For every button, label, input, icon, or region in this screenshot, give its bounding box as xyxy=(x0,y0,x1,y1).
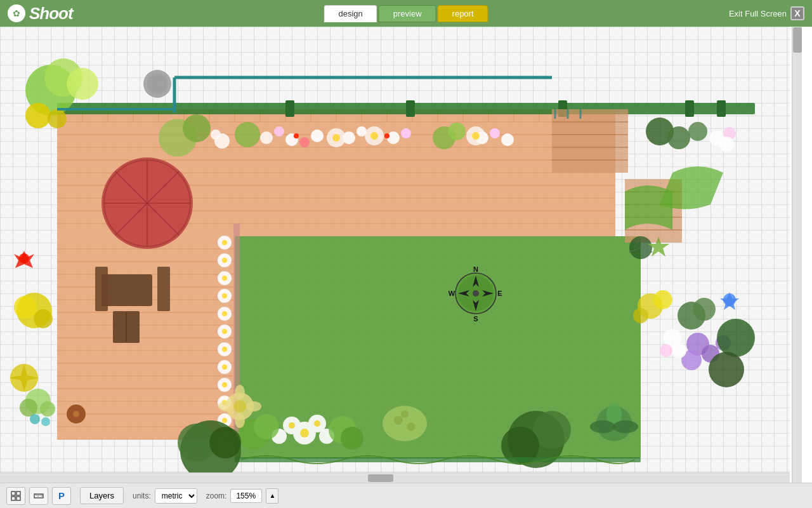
grid-button[interactable] xyxy=(6,487,25,505)
svg-point-147 xyxy=(383,406,427,441)
svg-point-162 xyxy=(702,345,719,363)
svg-point-213 xyxy=(606,403,622,428)
svg-point-209 xyxy=(235,413,245,428)
svg-rect-88 xyxy=(552,109,628,173)
svg-rect-228 xyxy=(16,497,20,500)
svg-point-144 xyxy=(254,414,279,439)
units-select[interactable]: metric xyxy=(155,488,197,504)
svg-point-205 xyxy=(41,417,50,426)
svg-point-63 xyxy=(299,137,310,147)
ruler-icon xyxy=(34,491,44,501)
svg-point-67 xyxy=(401,128,411,138)
vertical-scrollbar[interactable] xyxy=(792,27,802,483)
svg-point-202 xyxy=(20,399,37,417)
svg-text:W: W xyxy=(449,290,455,297)
svg-point-113 xyxy=(218,396,232,410)
garden-canvas[interactable]: N S E W xyxy=(0,27,790,483)
svg-rect-54 xyxy=(558,100,567,117)
zoom-value-display: 155% xyxy=(230,489,262,503)
svg-point-201 xyxy=(25,389,51,414)
layers-button[interactable]: Layers xyxy=(80,487,124,504)
svg-rect-227 xyxy=(11,497,15,500)
svg-point-141 xyxy=(272,429,287,444)
svg-point-125 xyxy=(222,400,227,405)
svg-point-117 xyxy=(222,258,227,263)
svg-marker-189 xyxy=(473,300,479,311)
exit-fullscreen-button[interactable]: Exit Full Screen X xyxy=(729,6,804,20)
horizontal-scrollbar-thumb[interactable] xyxy=(368,474,393,482)
svg-point-158 xyxy=(16,293,52,328)
tab-preview[interactable]: preview xyxy=(379,5,436,22)
canvas-container[interactable]: N S E W xyxy=(0,27,790,483)
svg-point-57 xyxy=(214,133,230,149)
svg-line-87 xyxy=(115,171,179,235)
svg-text:N: N xyxy=(473,265,478,273)
svg-point-154 xyxy=(10,364,38,392)
svg-point-66 xyxy=(387,131,400,144)
svg-point-139 xyxy=(283,417,301,434)
svg-point-69 xyxy=(370,132,378,140)
svg-point-207 xyxy=(233,400,246,413)
svg-point-55 xyxy=(159,119,197,157)
vertical-scrollbar-thumb[interactable] xyxy=(793,27,802,53)
svg-rect-53 xyxy=(717,100,726,117)
svg-rect-103 xyxy=(233,224,240,446)
tab-report[interactable]: report xyxy=(438,5,488,22)
svg-point-177 xyxy=(646,117,674,145)
svg-point-124 xyxy=(222,382,227,387)
svg-point-138 xyxy=(314,420,320,427)
svg-point-180 xyxy=(709,130,724,145)
svg-point-166 xyxy=(671,343,686,358)
svg-point-214 xyxy=(590,420,615,433)
svg-point-186 xyxy=(455,273,496,314)
svg-text:E: E xyxy=(497,290,502,297)
svg-point-159 xyxy=(14,296,37,319)
svg-point-59 xyxy=(260,131,273,144)
svg-point-60 xyxy=(274,126,284,137)
svg-marker-155 xyxy=(9,364,39,392)
svg-rect-51 xyxy=(406,100,415,117)
text-button[interactable]: P xyxy=(52,487,71,505)
svg-point-204 xyxy=(30,414,40,424)
svg-point-167 xyxy=(660,344,672,357)
svg-point-81 xyxy=(472,132,480,140)
svg-point-143 xyxy=(238,418,270,450)
close-icon[interactable]: X xyxy=(790,6,804,20)
svg-point-123 xyxy=(222,364,227,370)
svg-point-142 xyxy=(319,429,334,444)
svg-point-199 xyxy=(178,424,216,462)
svg-point-129 xyxy=(44,58,82,97)
svg-point-109 xyxy=(218,324,232,338)
main-area: N S E W xyxy=(0,27,812,508)
svg-point-216 xyxy=(629,236,652,259)
tab-design[interactable]: design xyxy=(324,5,377,22)
svg-point-151 xyxy=(508,411,565,468)
svg-point-133 xyxy=(143,70,171,98)
svg-point-169 xyxy=(653,290,672,309)
svg-point-164 xyxy=(716,335,731,351)
svg-point-58 xyxy=(211,130,221,140)
svg-point-128 xyxy=(25,65,76,116)
horizontal-scrollbar[interactable] xyxy=(0,472,790,483)
svg-rect-98 xyxy=(102,274,152,306)
svg-point-127 xyxy=(222,436,227,441)
ruler-button[interactable] xyxy=(29,487,48,505)
svg-point-56 xyxy=(183,114,211,142)
tabs: design preview report xyxy=(324,5,488,22)
svg-point-149 xyxy=(407,422,416,431)
svg-point-136 xyxy=(300,429,309,438)
svg-line-86 xyxy=(115,171,179,235)
svg-point-118 xyxy=(222,276,227,281)
zoom-up-button[interactable]: ▲ xyxy=(266,488,278,504)
bottom-toolbar: P Layers units: metric zoom: 155% ▲ xyxy=(0,483,812,508)
svg-rect-226 xyxy=(16,491,20,495)
app-title: Shoot xyxy=(29,4,73,23)
svg-rect-49 xyxy=(57,103,755,114)
svg-point-168 xyxy=(638,293,663,319)
svg-point-115 xyxy=(218,431,232,445)
svg-point-106 xyxy=(218,271,232,285)
svg-rect-197 xyxy=(235,457,641,462)
svg-point-200 xyxy=(209,427,241,458)
svg-point-110 xyxy=(218,342,232,356)
svg-point-120 xyxy=(222,311,227,316)
